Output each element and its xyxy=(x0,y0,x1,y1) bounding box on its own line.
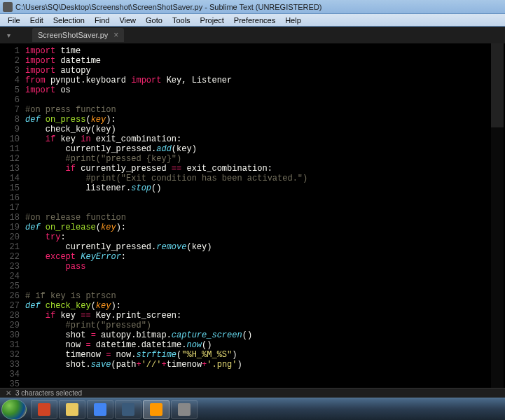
line-number: 3 xyxy=(0,66,20,76)
line-number: 11 xyxy=(0,144,20,154)
code-line[interactable]: #on release function xyxy=(25,213,307,223)
menu-file[interactable]: File xyxy=(3,16,25,24)
tab-label: ScreenShotSaver.py xyxy=(38,31,108,39)
code-line[interactable] xyxy=(25,370,307,379)
line-number: 9 xyxy=(0,125,20,134)
status-text: 3 characters selected xyxy=(15,389,82,397)
tab-bar: ▾ ScreenShotSaver.py × xyxy=(0,27,505,43)
line-number: 28 xyxy=(0,311,20,321)
minimap[interactable] xyxy=(491,43,504,393)
close-icon[interactable]: × xyxy=(113,30,118,40)
line-number: 25 xyxy=(0,281,20,291)
line-number: 7 xyxy=(0,105,20,115)
line-number: 24 xyxy=(0,272,20,281)
menu-goto[interactable]: Goto xyxy=(141,16,167,24)
taskbar-running[interactable] xyxy=(115,400,141,419)
line-number: 2 xyxy=(0,56,20,66)
taskbar-app[interactable] xyxy=(171,400,198,419)
close-panel-icon[interactable]: ✕ xyxy=(6,389,11,397)
code-line[interactable]: #print("pressed") xyxy=(25,321,307,330)
line-number: 1 xyxy=(0,46,20,56)
line-number: 29 xyxy=(0,321,20,330)
start-button[interactable] xyxy=(1,399,27,420)
line-number: 13 xyxy=(0,164,20,174)
window-titlebar[interactable]: C:\Users\SQ\Desktop\Screenshot\ScreenSho… xyxy=(0,0,505,14)
code-line[interactable]: shot.save(path+'//'+timenow+'.png') xyxy=(25,360,307,370)
taskbar-explorer[interactable] xyxy=(59,400,85,419)
code-line[interactable]: # if key is ptrscn xyxy=(25,291,307,301)
code-line[interactable]: import time xyxy=(25,46,307,56)
code-line[interactable] xyxy=(25,281,307,291)
code-line[interactable]: def check_key(key): xyxy=(25,301,307,311)
powerpoint-icon xyxy=(38,403,50,416)
code-area[interactable]: import timeimport datetimeimport autopyf… xyxy=(25,43,307,406)
line-number: 19 xyxy=(0,223,20,232)
code-line[interactable]: import autopy xyxy=(25,66,307,76)
code-line[interactable] xyxy=(25,95,307,105)
code-line[interactable]: currently_pressed.add(key) xyxy=(25,144,307,154)
menu-tools[interactable]: Tools xyxy=(167,16,195,24)
taskbar-powerpoint[interactable] xyxy=(31,400,57,419)
sublime-icon xyxy=(150,403,162,416)
line-number: 21 xyxy=(0,242,20,252)
line-number: 15 xyxy=(0,183,20,193)
line-number: 4 xyxy=(0,76,20,85)
menubar: FileEditSelectionFindViewGotoToolsProjec… xyxy=(0,14,505,27)
code-line[interactable]: #on press function xyxy=(25,105,307,115)
menu-view[interactable]: View xyxy=(114,16,141,24)
line-number: 10 xyxy=(0,134,20,144)
line-gutter: 1234567891011121314151617181920212223242… xyxy=(0,43,25,406)
code-line[interactable]: #print("Exit condition has been activate… xyxy=(25,174,307,183)
menu-selection[interactable]: Selection xyxy=(48,16,90,24)
code-line[interactable]: if key == Key.print_screen: xyxy=(25,311,307,321)
code-line[interactable]: import os xyxy=(25,85,307,95)
code-line[interactable]: check_key(key) xyxy=(25,125,307,134)
code-line[interactable]: except KeyError: xyxy=(25,252,307,262)
code-line[interactable]: import datetime xyxy=(25,56,307,66)
code-line[interactable]: def on_release(key): xyxy=(25,223,307,232)
line-number: 23 xyxy=(0,262,20,272)
line-number: 5 xyxy=(0,85,20,95)
code-line[interactable]: currently_pressed.remove(key) xyxy=(25,242,307,252)
explorer-icon xyxy=(66,403,78,416)
code-line[interactable]: listener.stop() xyxy=(25,183,307,193)
code-line[interactable] xyxy=(25,272,307,281)
code-line[interactable]: now = datetime.datetime.now() xyxy=(25,340,307,350)
code-line[interactable] xyxy=(25,193,307,203)
line-number: 12 xyxy=(0,154,20,164)
code-line[interactable]: #print("pressed {key}") xyxy=(25,154,307,164)
code-line[interactable]: if key in exit_combination: xyxy=(25,134,307,144)
menu-edit[interactable]: Edit xyxy=(25,16,48,24)
tab-dropdown-icon[interactable]: ▾ xyxy=(7,31,11,39)
taskbar-sublime[interactable] xyxy=(143,400,170,419)
menu-find[interactable]: Find xyxy=(90,16,114,24)
code-line[interactable] xyxy=(25,203,307,213)
taskbar-chrome[interactable] xyxy=(87,400,113,419)
code-line[interactable]: pass xyxy=(25,262,307,272)
app-icon xyxy=(178,403,191,416)
code-line[interactable]: try: xyxy=(25,232,307,242)
line-number: 20 xyxy=(0,232,20,242)
menu-help[interactable]: Help xyxy=(280,16,306,24)
minimap-viewport[interactable] xyxy=(491,43,504,127)
line-number: 14 xyxy=(0,174,20,183)
menu-preferences[interactable]: Preferences xyxy=(229,16,280,24)
chrome-icon xyxy=(94,403,106,416)
code-line[interactable]: timenow = now.strftime("%H_%M_%S") xyxy=(25,350,307,360)
tab-active[interactable]: ScreenShotSaver.py × xyxy=(32,28,124,42)
line-number: 6 xyxy=(0,95,20,105)
code-line[interactable]: from pynput.keyboard import Key, Listene… xyxy=(25,76,307,85)
running-icon xyxy=(122,403,134,416)
line-number: 33 xyxy=(0,360,20,370)
code-line[interactable]: if currently_pressed == exit_combination… xyxy=(25,164,307,174)
status-bar: ✕ 3 characters selected xyxy=(0,388,505,398)
line-number: 31 xyxy=(0,340,20,350)
editor[interactable]: 1234567891011121314151617181920212223242… xyxy=(0,43,505,406)
menu-project[interactable]: Project xyxy=(195,16,229,24)
line-number: 32 xyxy=(0,350,20,360)
code-line[interactable]: def on_press(key): xyxy=(25,115,307,125)
app-icon xyxy=(3,2,13,12)
code-line[interactable]: shot = autopy.bitmap.capture_screen() xyxy=(25,330,307,340)
line-number: 27 xyxy=(0,301,20,311)
window-title: C:\Users\SQ\Desktop\Screenshot\ScreenSho… xyxy=(15,3,322,11)
